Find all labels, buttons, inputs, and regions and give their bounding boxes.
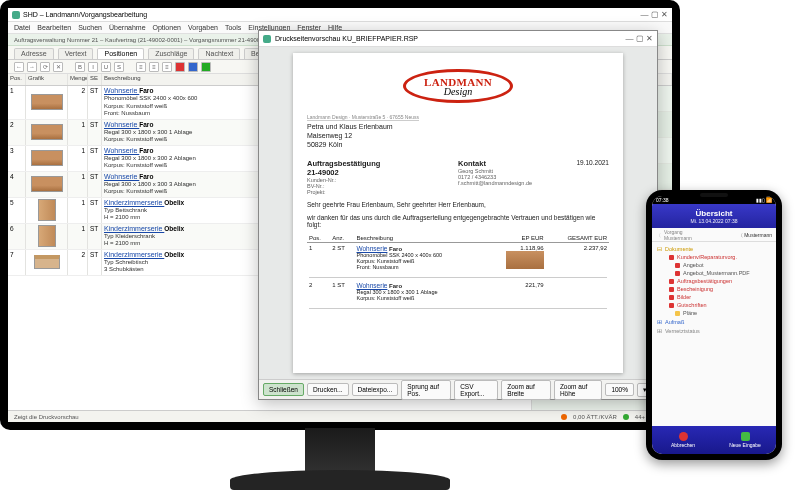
item-thumbnail [38, 199, 56, 221]
tb-close-icon[interactable]: ✕ [53, 62, 63, 72]
logo-text-2: Design [444, 86, 472, 97]
menu-item[interactable]: Vorgaben [188, 24, 218, 31]
tb-color-c-icon[interactable] [201, 62, 211, 72]
tab-adresse[interactable]: Adresse [14, 48, 54, 59]
plus-icon: ⊞ [657, 328, 662, 334]
new-entry-button[interactable]: Neue Eingabe [714, 426, 776, 454]
popup-toolbar[interactable]: Schließen Drucken... Dateiexpo... Sprung… [259, 379, 657, 399]
close-button[interactable]: Schließen [263, 383, 304, 396]
tb-align-right-icon[interactable]: ≡ [162, 62, 172, 72]
csv-export-button[interactable]: CSV Export... [454, 380, 498, 400]
item-thumbnail [506, 251, 544, 269]
phone-frame: 07:38 ▮▮▯ 📶 Übersicht Mi. 13.04.2022 07:… [646, 190, 782, 460]
item-thumbnail [34, 255, 60, 269]
tb-strike-icon[interactable]: S [114, 62, 124, 72]
status-text: Zeigt die Druckvorschau [14, 414, 79, 420]
tb-underline-icon[interactable]: U [101, 62, 111, 72]
phone-footer[interactable]: Abbrechen Neue Eingabe [652, 426, 776, 454]
popup-window-controls[interactable]: — ▢ ✕ [626, 34, 653, 43]
tb-fwd-icon[interactable]: → [27, 62, 37, 72]
status-value-a: 0,00 ÄTT./KVÄR [573, 414, 617, 420]
sender-address-small: Landmann Design · Musterstraße 5 · 67655… [307, 114, 419, 121]
phone-list-item[interactable]: Angebot [655, 261, 773, 269]
file-icon [669, 287, 674, 292]
phone-list-item[interactable]: Kundenv/Reparaturvorg. [655, 253, 773, 261]
print-button[interactable]: Drucken... [307, 383, 349, 396]
tab-nachtext[interactable]: Nachtext [198, 48, 240, 59]
col-menge[interactable]: Menge [68, 74, 88, 85]
file-icon [669, 279, 674, 284]
chevron-left-icon: 〈 [738, 232, 743, 238]
item-thumbnail [38, 225, 56, 247]
jump-to-pos-button[interactable]: Sprung auf Pos. [401, 380, 451, 400]
doc-item-row: 12 STWohnserie FaroPhonomöbel SSK 2400 x… [307, 243, 609, 273]
chevron-left-icon[interactable]: 〈 [656, 232, 661, 238]
phone-file-list[interactable]: ⊟DokumenteKundenv/Reparaturvorg.AngebotA… [652, 242, 776, 426]
phone-statusbar: 07:38 ▮▮▯ 📶 [652, 196, 776, 204]
body-text: wir danken für das uns durch die Auftrag… [307, 214, 609, 228]
popup-titlebar[interactable]: Druckseitenvorschau KU_BRIEFPAPIER.RSP —… [259, 31, 657, 47]
phone-list-item[interactable]: Auftragsbestätigungen [655, 277, 773, 285]
phone-title: Übersicht [696, 209, 733, 218]
phone-camera-icon [700, 193, 728, 197]
tab-positionen[interactable]: Positionen [97, 48, 144, 59]
tb-refresh-icon[interactable]: ⟳ [40, 62, 50, 72]
phone-group[interactable]: ⊞Aufmaß [655, 317, 773, 326]
cancel-button[interactable]: Abbrechen [652, 426, 714, 454]
status-dot-a-icon [561, 414, 567, 420]
phone-group[interactable]: ⊞Vernetztstatus [655, 326, 773, 335]
file-icon [675, 263, 680, 268]
tab-zuschlaege[interactable]: Zuschläge [148, 48, 194, 59]
tb-align-center-icon[interactable]: ≡ [149, 62, 159, 72]
recipient-address: Petra und Klaus Erlenbaum Maisenweg 12 5… [307, 123, 609, 149]
doc-date: 19.10.2021 [576, 159, 609, 168]
col-pos[interactable]: Pos. [8, 74, 26, 85]
item-thumbnail [31, 124, 63, 140]
file-icon [675, 271, 680, 276]
phone-group[interactable]: ⊟Dokumente [655, 244, 773, 253]
contact-label: Kontakt [458, 159, 486, 168]
file-export-button[interactable]: Dateiexpo... [352, 383, 399, 396]
zoom-100-button[interactable]: 100% [605, 383, 634, 396]
menu-item[interactable]: Datei [14, 24, 30, 31]
tb-italic-icon[interactable]: I [88, 62, 98, 72]
zoom-width-button[interactable]: Zoom auf Breite [501, 380, 551, 400]
phone-list-item[interactable]: Pläne [655, 309, 773, 317]
desktop-app-window: SHD – Landmann/Vorgangsbearbeitung — ▢ ✕… [8, 8, 672, 422]
plus-icon [741, 432, 750, 441]
crumb-right[interactable]: 〈 Mustermann [738, 232, 772, 238]
monitor-frame: SHD – Landmann/Vorgangsbearbeitung — ▢ ✕… [0, 0, 680, 430]
phone-header: Übersicht Mi. 13.04.2022 07:38 [652, 204, 776, 228]
zoom-height-button[interactable]: Zoom auf Höhe [554, 380, 602, 400]
item-thumbnail [31, 150, 63, 166]
item-thumbnail [31, 94, 63, 110]
tab-vortext[interactable]: Vertext [58, 48, 94, 59]
file-icon [669, 295, 674, 300]
menu-item[interactable]: Übernahme [109, 24, 146, 31]
document-header-text: Auftragsverwaltung Nummer 21 – Kaufvertr… [14, 37, 263, 43]
file-icon [669, 303, 674, 308]
menu-item[interactable]: Suchen [78, 24, 102, 31]
window-controls[interactable]: — ▢ ✕ [641, 10, 668, 19]
crumb-left[interactable]: Vorgang Mustermann [664, 229, 692, 241]
menu-item[interactable]: Bearbeiten [37, 24, 71, 31]
popup-title-text: Druckseitenvorschau KU_BRIEFPAPIER.RSP [275, 35, 418, 42]
menu-item[interactable]: Optionen [153, 24, 181, 31]
phone-list-item[interactable]: Angebot_Mustermann.PDF [655, 269, 773, 277]
col-grafik[interactable]: Grafik [26, 74, 68, 85]
tb-color-b-icon[interactable] [188, 62, 198, 72]
phone-list-item[interactable]: Bilder [655, 293, 773, 301]
tb-back-icon[interactable]: ← [14, 62, 24, 72]
tb-align-left-icon[interactable]: ≡ [136, 62, 146, 72]
phone-list-item[interactable]: Gutschriften [655, 301, 773, 309]
tb-bold-icon[interactable]: B [75, 62, 85, 72]
window-titlebar: SHD – Landmann/Vorgangsbearbeitung — ▢ ✕ [8, 8, 672, 22]
status-dot-b-icon [623, 414, 629, 420]
doc-items-table: Pos. Anz. Beschreibung EP EUR GESAMT EUR… [307, 234, 609, 311]
phone-list-item[interactable]: Bescheinigung [655, 285, 773, 293]
col-se[interactable]: SE [88, 74, 102, 85]
menu-item[interactable]: Tools [225, 24, 241, 31]
phone-breadcrumb[interactable]: 〈 Vorgang Mustermann 〈 Mustermann [652, 228, 776, 242]
tb-color-a-icon[interactable] [175, 62, 185, 72]
document-paper: LANDMANN Design Landmann Design · Muster… [293, 53, 623, 373]
